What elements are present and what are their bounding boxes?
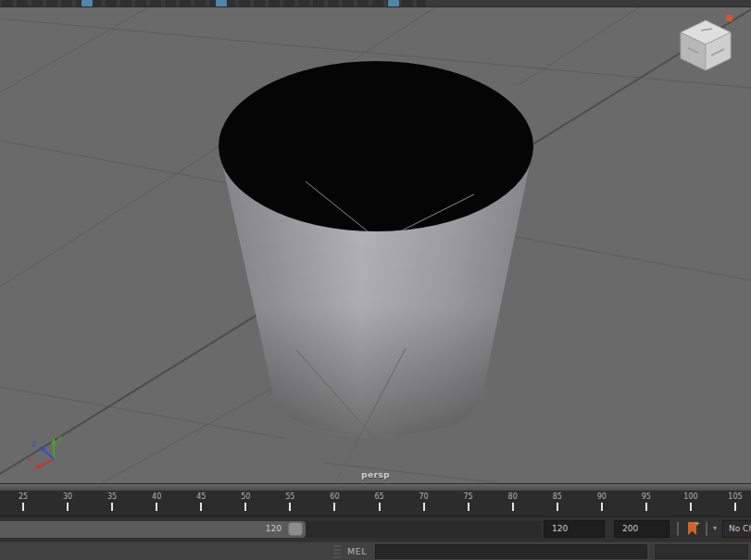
- frame-tick-mark: [67, 503, 69, 511]
- cylinder-object[interactable]: [219, 61, 533, 437]
- frame-tick-label: 100: [683, 492, 697, 501]
- frame-tick-label: 55: [285, 492, 294, 501]
- frame-tick-label: 35: [107, 492, 117, 501]
- frame-tick-mark: [690, 503, 692, 511]
- frame-tick-label: 105: [728, 492, 742, 501]
- frame-tick-mark: [22, 503, 24, 511]
- frame-tick-mark: [333, 503, 335, 511]
- frame-tick-mark: [111, 503, 113, 511]
- frame-tick-label: 90: [597, 492, 607, 501]
- time-slider[interactable]: 253035404550556065707580859095100105: [0, 491, 751, 516]
- frame-tick-label: 65: [374, 492, 383, 501]
- script-language-toggle[interactable]: MEL: [347, 546, 367, 556]
- gizmo-z-label: z: [31, 440, 35, 448]
- drag-grip[interactable]: [333, 544, 341, 558]
- axis-gizmo: y x z: [26, 431, 69, 470]
- playback-end-field[interactable]: 120: [544, 520, 605, 538]
- range-slider-bar[interactable]: 120: [0, 521, 306, 538]
- cylinder-opening: [219, 61, 533, 231]
- key-plus-glyph: +: [695, 520, 700, 528]
- frame-tick-label: 60: [330, 492, 339, 501]
- perspective-viewport[interactable]: y x z persp: [0, 7, 751, 483]
- viewcube[interactable]: [677, 15, 734, 76]
- frame-tick-label: 95: [642, 492, 651, 501]
- maya-window: y x z persp 2530354045505560657075808590…: [0, 0, 751, 560]
- command-output: [655, 544, 748, 559]
- frame-tick-label: 45: [196, 492, 206, 501]
- frame-tick-mark: [156, 503, 157, 511]
- range-end-value: 120: [266, 524, 282, 533]
- frame-tick-label: 80: [508, 492, 518, 501]
- camera-name-label: persp: [0, 470, 751, 479]
- gizmo-y-label: y: [57, 434, 62, 442]
- frame-tick-mark: [379, 503, 381, 511]
- auto-keyframe-button[interactable]: +: [684, 520, 701, 538]
- frame-tick-mark: [734, 503, 736, 511]
- frame-tick-label: 85: [553, 492, 562, 501]
- frame-tick-mark: [200, 503, 202, 511]
- separator: [677, 522, 679, 536]
- toolbar-active-icon[interactable]: [216, 0, 227, 6]
- frame-tick-mark: [289, 503, 291, 511]
- viewport-canvas: [0, 7, 751, 483]
- chevron-down-icon[interactable]: ▾: [713, 524, 717, 532]
- command-divider: [649, 544, 654, 559]
- range-slider-row: 120 120 200 + ▾ No Cha: [0, 516, 751, 541]
- command-input[interactable]: [375, 544, 647, 559]
- timeline-ruler: 253035404550556065707580859095100105: [0, 491, 751, 516]
- frame-tick-label: 75: [464, 492, 473, 501]
- frame-tick-label: 30: [63, 492, 72, 501]
- panel-toolbar-strip[interactable]: [0, 0, 751, 7]
- frame-tick-mark: [512, 503, 514, 511]
- toolbar-icon-row[interactable]: [2, 0, 426, 6]
- viewcube-marker-icon[interactable]: [726, 15, 733, 22]
- frame-tick-mark: [557, 503, 558, 511]
- frame-tick-mark: [645, 503, 647, 511]
- toolbar-active-icon[interactable]: [81, 0, 93, 6]
- frame-tick-label: 40: [152, 492, 161, 501]
- frame-tick-label: 70: [419, 492, 428, 501]
- command-line-bar: MEL: [0, 541, 751, 560]
- frame-tick-mark: [423, 503, 425, 511]
- frame-tick-mark: [244, 503, 246, 511]
- toolbar-active-icon[interactable]: [388, 0, 399, 6]
- frame-tick-label: 25: [19, 492, 28, 501]
- frame-tick-mark: [601, 503, 603, 511]
- gizmo-x-label: x: [28, 456, 32, 465]
- range-end-handle[interactable]: [288, 522, 303, 536]
- animation-end-field[interactable]: 200: [614, 520, 670, 538]
- viewport-bottom-frame: [0, 483, 751, 491]
- frame-tick-label: 50: [241, 492, 250, 501]
- separator: [706, 522, 707, 536]
- character-set-dropdown[interactable]: No Cha: [722, 520, 751, 538]
- frame-tick-mark: [468, 503, 469, 511]
